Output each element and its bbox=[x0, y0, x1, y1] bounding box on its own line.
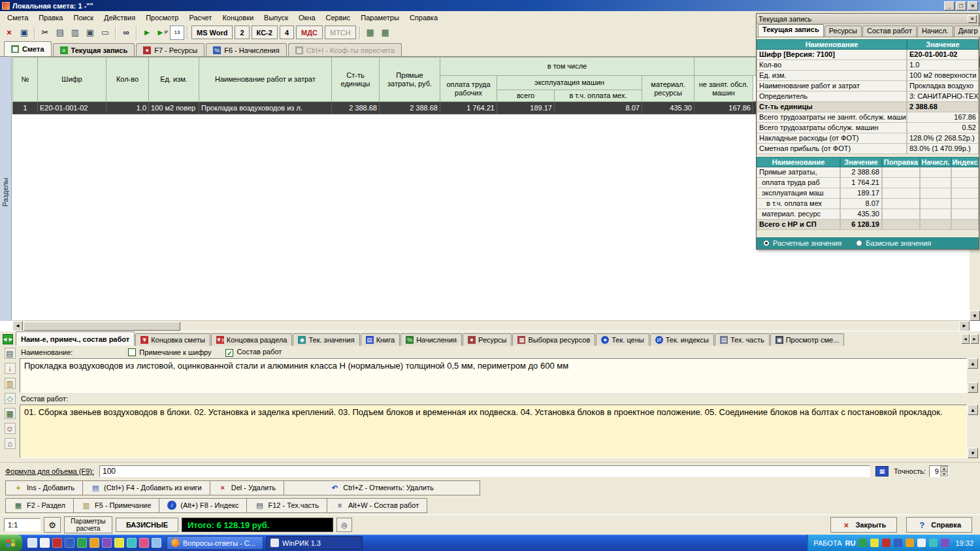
language-indicator[interactable]: RU bbox=[845, 539, 856, 547]
arrow-down-icon[interactable]: ↓ bbox=[5, 363, 16, 374]
base-values-radio[interactable]: Базисные значения bbox=[856, 239, 931, 247]
t1-row[interactable]: Кол-во 1.0 bbox=[757, 60, 979, 71]
close-estimate-button[interactable]: × Закрыть bbox=[830, 517, 897, 533]
diamond-icon[interactable]: ◇ bbox=[5, 393, 16, 404]
note-to-code-checkbox[interactable]: Примечание к шифру bbox=[128, 348, 211, 356]
quicklaunch-icon[interactable] bbox=[139, 538, 149, 548]
menu-pravka[interactable]: Правка bbox=[33, 12, 68, 23]
duplicate-icon[interactable]: ▣ bbox=[83, 25, 97, 40]
col-qty[interactable]: Кол-во bbox=[106, 58, 149, 102]
task-winrik[interactable]: WinРИК 1.3 bbox=[266, 536, 363, 550]
btabs-scroll-left-icon[interactable]: ◄ bbox=[961, 334, 970, 344]
scale-box[interactable]: 1:1 bbox=[4, 518, 41, 531]
panel-tab-resources[interactable]: Ресурсы bbox=[825, 25, 862, 37]
cell-unit-cost[interactable]: 2 388.68 bbox=[332, 102, 380, 114]
scroll-down-icon[interactable]: ▼ bbox=[968, 448, 978, 458]
delete-record-icon[interactable]: × bbox=[2, 25, 16, 40]
btab-accruals[interactable]: %Начисления bbox=[400, 333, 462, 346]
cell-qty[interactable]: 1.0 bbox=[106, 102, 149, 114]
building-icon[interactable]: ⌂ bbox=[5, 438, 16, 449]
tray-icon[interactable] bbox=[906, 539, 914, 547]
col-mach-total[interactable]: всего bbox=[497, 90, 555, 102]
menu-spravka[interactable]: Справка bbox=[404, 12, 443, 23]
cell-not-serving[interactable]: 167.86 bbox=[694, 102, 753, 114]
menu-vypusk[interactable]: Выпуск bbox=[259, 12, 293, 23]
gear-icon[interactable]: ⚙ bbox=[44, 517, 61, 533]
col-unit-cost[interactable]: Ст-ть единицы bbox=[332, 58, 380, 102]
delete-button[interactable]: × Del - Удалить bbox=[210, 480, 284, 495]
col-group-including[interactable]: в том числе bbox=[440, 58, 694, 76]
t1-row[interactable]: Наименование работ и затрат Прокладка во… bbox=[757, 81, 979, 92]
btab-resources[interactable]: ●Ресурсы bbox=[463, 333, 512, 346]
t1-row[interactable]: Всего трудозатраты обслуж. машин 0.52 bbox=[757, 123, 979, 133]
scroll-down-icon[interactable]: ▼ bbox=[970, 310, 980, 321]
col-direct[interactable]: Прямые затраты, руб. bbox=[380, 58, 440, 102]
quicklaunch-icon[interactable] bbox=[52, 538, 62, 548]
t2-row[interactable]: эксплуатация маш 189.17 bbox=[757, 188, 979, 199]
col-code[interactable]: Шифр bbox=[38, 58, 106, 102]
tab-resources[interactable]: ● F7 - Ресурсы bbox=[136, 43, 204, 56]
panel-caption[interactable]: Текущая запись × bbox=[757, 14, 979, 24]
tray-icon[interactable] bbox=[929, 539, 938, 547]
precision-stepper[interactable]: 9 ▲ ▼ bbox=[929, 465, 949, 477]
mds-button[interactable]: МДС bbox=[296, 25, 323, 39]
search-binoculars-icon[interactable]: ∞ bbox=[119, 25, 133, 40]
note-button[interactable]: ▥ F5 - Примечание bbox=[74, 498, 159, 513]
btab-resource-selection[interactable]: ▦Выборка ресурсов bbox=[512, 333, 595, 346]
menu-prosmotr[interactable]: Просмотр bbox=[140, 12, 184, 23]
t2-row[interactable]: материал. ресурс 435.30 bbox=[757, 209, 979, 220]
btab-current-prices[interactable]: ●Тек. цены bbox=[596, 333, 649, 346]
calendar-icon[interactable]: 13 bbox=[170, 25, 184, 40]
btab-name-works[interactable]: Наим-е, примеч., состав работ bbox=[16, 331, 135, 346]
col-unit[interactable]: Ед. изм. bbox=[149, 58, 199, 102]
scroll-up-icon[interactable]: ▲ bbox=[968, 358, 978, 369]
quicklaunch-icon[interactable] bbox=[40, 538, 50, 548]
menu-okna[interactable]: Окна bbox=[293, 12, 321, 23]
table-icon[interactable]: ▦ bbox=[378, 25, 393, 40]
add-from-book-button[interactable]: ▤ (Ctrl+) F4 - Добавить из книги bbox=[83, 480, 210, 495]
quicklaunch-icon[interactable] bbox=[90, 538, 99, 548]
note-icon[interactable]: ▥ bbox=[5, 378, 16, 389]
ks2-button[interactable]: КС-2 bbox=[252, 25, 278, 39]
quicklaunch-icon[interactable] bbox=[152, 538, 161, 548]
cell-code[interactable]: Е20-01-001-02 bbox=[38, 102, 106, 114]
cell-materials[interactable]: 435.30 bbox=[642, 102, 694, 114]
minimize-button[interactable]: _ bbox=[944, 1, 955, 10]
panel-tab-accruals[interactable]: Начисл. bbox=[917, 25, 953, 37]
btab-section-ending[interactable]: ▼рКонцовка раздела bbox=[211, 333, 293, 346]
btabs-scroll-right-icon[interactable]: ► bbox=[970, 334, 979, 344]
tray-icon[interactable] bbox=[858, 539, 867, 547]
btab-estimate-ending[interactable]: ▼Концовка сметы bbox=[135, 333, 210, 346]
quicklaunch-icon[interactable] bbox=[77, 538, 87, 548]
menu-servis[interactable]: Сервис bbox=[321, 12, 356, 23]
calculator-table-icon[interactable]: ▦ bbox=[5, 408, 16, 419]
tab-current-record[interactable]: ≡ Текущая запись bbox=[53, 43, 135, 56]
copy-icon[interactable]: ▤ bbox=[53, 25, 67, 40]
works-list-checkbox[interactable]: ✓Состав работ bbox=[225, 348, 282, 358]
tech-part-button[interactable]: ▤ F12 - Тех.часть bbox=[247, 498, 327, 513]
calculator-icon[interactable]: ▦ bbox=[875, 466, 889, 476]
menu-kontsovki[interactable]: Концовки bbox=[217, 12, 259, 23]
menu-deistviya[interactable]: Действия bbox=[99, 12, 140, 23]
close-button[interactable]: × bbox=[968, 1, 978, 10]
formula-input[interactable] bbox=[99, 465, 870, 477]
calc-params-button[interactable]: Параметры расчета bbox=[64, 516, 112, 533]
panel-tab-current[interactable]: Текущая запись bbox=[758, 24, 824, 37]
name-textarea[interactable]: Прокладка воздуховодов из листовой, оцин… bbox=[20, 358, 967, 393]
tray-icon[interactable] bbox=[882, 539, 890, 547]
print-icon[interactable]: ▭ bbox=[98, 25, 112, 40]
t1-row[interactable]: Сметная прибыль (от ФОТ) 83.0% (1 470.99… bbox=[757, 144, 979, 154]
works-textarea[interactable]: 01. Сборка звеньев воздуховодов в блоки.… bbox=[20, 405, 967, 458]
tab-accruals[interactable]: % F6 - Начисления bbox=[206, 43, 287, 56]
menu-poisk[interactable]: Поиск bbox=[68, 12, 98, 23]
t1-row[interactable]: Определитель 3: САНИТАРНО-ТЕХ bbox=[757, 92, 979, 102]
help-button[interactable]: ? Справка bbox=[906, 517, 972, 533]
maximize-button[interactable]: □ bbox=[956, 1, 966, 10]
base-values-button[interactable]: БАЗИСНЫЕ bbox=[116, 518, 178, 532]
formula-label[interactable]: Формула для объема (F9): bbox=[5, 467, 94, 475]
btab-current-values[interactable]: ◆Тек. значения bbox=[293, 333, 359, 346]
t1-row[interactable]: Всего трудозатраты не занят. обслуж. маш… bbox=[757, 112, 979, 123]
calculated-values-radio[interactable]: Расчетные значения bbox=[763, 239, 841, 247]
mtsn-button[interactable]: МТСН bbox=[325, 25, 356, 39]
btab-current-indexes[interactable]: ИТек. индексы bbox=[650, 333, 714, 346]
